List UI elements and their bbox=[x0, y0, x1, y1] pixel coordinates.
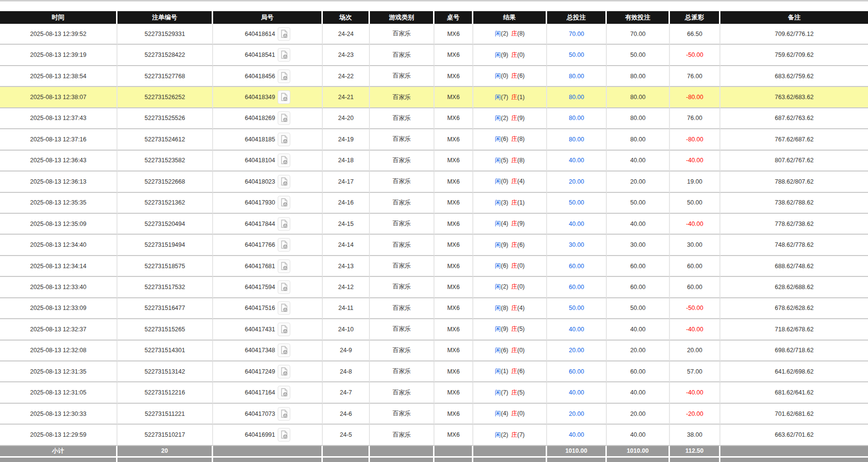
banker-label: 庄 bbox=[511, 325, 517, 332]
table-row[interactable]: 2025-08-13 12:31:05 522731512216 6404171… bbox=[0, 382, 868, 403]
table-row[interactable]: 2025-08-13 12:33:40 522731517532 6404175… bbox=[0, 277, 868, 298]
round-id-cell: 640418456 bbox=[213, 66, 323, 87]
game-type: 百家乐 bbox=[370, 319, 434, 340]
total-bet: 20.00 bbox=[547, 171, 607, 192]
player-label: 闲 bbox=[495, 368, 501, 375]
table-row[interactable]: 2025-08-13 12:36:43 522731523582 6404181… bbox=[0, 151, 868, 171]
table-row[interactable]: 2025-08-13 12:35:09 522731520494 6404178… bbox=[0, 214, 868, 235]
video-replay-icon[interactable] bbox=[278, 217, 290, 231]
session: 24-16 bbox=[323, 193, 370, 214]
bet-id: 522731524612 bbox=[117, 129, 213, 150]
table-row[interactable]: 2025-08-13 12:32:37 522731515265 6404174… bbox=[0, 319, 868, 340]
column-header-bet-id: 注单编号 bbox=[117, 11, 213, 24]
valid-bet: 60.00 bbox=[607, 361, 670, 382]
result-cell: 闲(9)庄(0) bbox=[473, 45, 547, 66]
table-row[interactable]: 2025-08-13 12:39:19 522731528422 6404185… bbox=[0, 45, 868, 66]
video-replay-icon[interactable] bbox=[278, 238, 290, 252]
subtotal-empty-cell bbox=[213, 446, 323, 458]
table-row[interactable]: 2025-08-13 12:34:40 522731519494 6404177… bbox=[0, 235, 868, 256]
game-type: 百家乐 bbox=[370, 404, 434, 425]
game-type: 百家乐 bbox=[370, 298, 434, 319]
table-row[interactable]: 2025-08-13 12:39:52 522731529331 6404186… bbox=[0, 24, 868, 45]
bet-id: 522731525526 bbox=[117, 108, 213, 129]
column-header-session: 场次 bbox=[323, 11, 370, 24]
round-id: 640418023 bbox=[245, 178, 275, 185]
banker-score: (0) bbox=[517, 283, 525, 290]
valid-bet: 20.00 bbox=[607, 171, 670, 192]
valid-bet: 70.00 bbox=[607, 24, 670, 45]
video-replay-icon[interactable] bbox=[278, 69, 290, 83]
remark: 788.62/807.62 bbox=[720, 171, 868, 192]
subtotal-valid-bet: 1010.00 bbox=[607, 446, 670, 458]
table-row[interactable]: 2025-08-13 12:33:09 522731516477 6404175… bbox=[0, 298, 868, 319]
table-row[interactable]: 2025-08-13 12:31:35 522731513142 6404172… bbox=[0, 361, 868, 382]
remark: 678.62/628.62 bbox=[720, 298, 868, 319]
video-replay-icon[interactable] bbox=[278, 48, 290, 62]
round-id-cell: 640417930 bbox=[213, 193, 323, 214]
player-label: 闲 bbox=[495, 94, 501, 101]
bet-id: 522731512216 bbox=[117, 382, 213, 403]
player-score: (9) bbox=[501, 51, 508, 58]
video-replay-icon[interactable] bbox=[278, 259, 290, 273]
banker-label: 庄 bbox=[511, 157, 517, 164]
table-row[interactable]: 2025-08-13 12:38:54 522731527768 6404184… bbox=[0, 66, 868, 87]
video-replay-icon[interactable] bbox=[278, 27, 290, 41]
table-row[interactable]: 2025-08-13 12:38:07 522731526252 6404183… bbox=[0, 87, 868, 108]
video-replay-icon[interactable] bbox=[278, 154, 290, 167]
table-row[interactable]: 2025-08-13 12:36:13 522731522668 6404180… bbox=[0, 171, 868, 192]
table-row[interactable]: 2025-08-13 12:34:14 522731518575 6404176… bbox=[0, 256, 868, 277]
game-type: 百家乐 bbox=[370, 425, 434, 445]
video-replay-icon[interactable] bbox=[278, 407, 290, 421]
column-header-valid-bet: 有效投注 bbox=[607, 11, 670, 24]
column-header-time: 时间 bbox=[0, 11, 117, 24]
session: 24-20 bbox=[323, 108, 370, 129]
game-type: 百家乐 bbox=[370, 45, 434, 66]
round-id-cell: 640418185 bbox=[213, 129, 323, 150]
video-replay-icon[interactable] bbox=[278, 323, 290, 336]
total-bet: 60.00 bbox=[547, 256, 607, 277]
table-row[interactable]: 2025-08-13 12:37:43 522731525526 6404182… bbox=[0, 108, 868, 129]
video-replay-icon[interactable] bbox=[278, 343, 290, 357]
video-replay-icon[interactable] bbox=[278, 386, 290, 399]
banker-label: 庄 bbox=[511, 115, 517, 121]
video-replay-icon[interactable] bbox=[278, 111, 290, 125]
player-label: 闲 bbox=[495, 30, 501, 37]
video-replay-icon[interactable] bbox=[278, 133, 290, 146]
video-replay-icon[interactable] bbox=[278, 196, 290, 209]
banker-score: (1) bbox=[517, 94, 525, 101]
table-no: MX6 bbox=[434, 87, 473, 108]
table-row[interactable]: 2025-08-13 12:35:35 522731521362 6404179… bbox=[0, 193, 868, 214]
bet-time: 2025-08-13 12:36:43 bbox=[0, 151, 117, 171]
table-row[interactable]: 2025-08-13 12:32:08 522731514301 6404173… bbox=[0, 341, 868, 361]
video-replay-icon[interactable] bbox=[278, 428, 290, 442]
valid-bet: 20.00 bbox=[607, 404, 670, 425]
bet-id: 522731515265 bbox=[117, 319, 213, 340]
table-row[interactable]: 2025-08-13 12:37:16 522731524612 6404181… bbox=[0, 129, 868, 150]
player-label: 闲 bbox=[495, 347, 501, 354]
player-score: (3) bbox=[501, 199, 508, 206]
bet-time: 2025-08-13 12:38:54 bbox=[0, 66, 117, 87]
banker-score: (6) bbox=[517, 72, 525, 79]
banker-label: 庄 bbox=[511, 410, 517, 417]
video-replay-icon[interactable] bbox=[278, 90, 290, 104]
player-score: (6) bbox=[501, 347, 508, 354]
bet-time: 2025-08-13 12:31:35 bbox=[0, 361, 117, 382]
video-replay-icon[interactable] bbox=[278, 175, 290, 188]
subtotal-empty-cell bbox=[473, 446, 547, 458]
player-score: (0) bbox=[501, 178, 508, 185]
remark: 681.62/641.62 bbox=[720, 382, 868, 403]
total-payout: 50.00 bbox=[670, 193, 720, 214]
valid-bet: 80.00 bbox=[607, 129, 670, 150]
column-header-table-no: 桌号 bbox=[434, 11, 473, 24]
column-header-remark: 备注 bbox=[720, 11, 868, 24]
result-cell: 闲(7)庄(1) bbox=[473, 87, 547, 108]
video-replay-icon[interactable] bbox=[278, 280, 290, 294]
video-replay-icon[interactable] bbox=[278, 365, 290, 378]
banker-score: (5) bbox=[517, 389, 525, 396]
game-type: 百家乐 bbox=[370, 193, 434, 214]
table-row[interactable]: 2025-08-13 12:29:59 522731510217 6404169… bbox=[0, 425, 868, 445]
table-row[interactable]: 2025-08-13 12:30:33 522731511221 6404170… bbox=[0, 404, 868, 425]
video-replay-icon[interactable] bbox=[278, 301, 290, 315]
banker-label: 庄 bbox=[511, 30, 517, 37]
table-no: MX6 bbox=[434, 319, 473, 340]
